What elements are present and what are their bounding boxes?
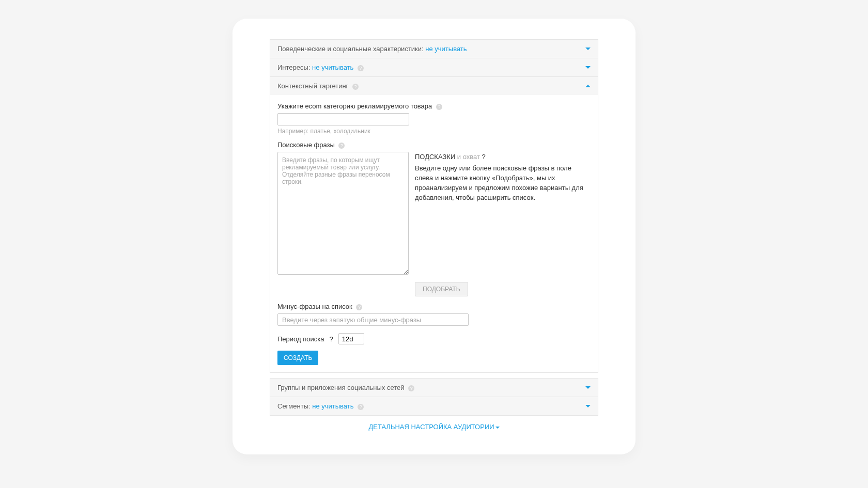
section-contextual: Контекстный таргетинг ? Укажите ecom кат… [270,77,598,373]
help-icon[interactable]: ? [408,385,414,391]
hints-title-row: ПОДСКАЗКИ и охват ? [415,153,591,161]
segments-value: не учитывать [312,402,353,410]
ecom-input[interactable] [277,113,409,125]
interests-label: Интересы: [277,64,310,71]
behavioral-label: Поведенческие и социальные характеристик… [277,45,424,53]
section-groups-header[interactable]: Группы и приложения социальных сетей ? [270,379,598,397]
help-icon[interactable]: ? [356,304,362,310]
chevron-down-icon [495,427,500,429]
ecom-hint: Например: платье, холодильник [277,128,591,135]
minus-input[interactable] [277,313,469,326]
phrases-label: Поисковые фразы [277,141,335,149]
minus-label-row: Минус-фразы на список ? [277,303,591,310]
section-interests: Интересы: не учитывать ? [270,58,598,77]
behavioral-value: не учитывать [425,45,467,53]
chevron-up-icon [585,85,591,87]
contextual-label: Контекстный таргетинг [277,82,348,90]
phrases-textarea[interactable] [277,152,409,275]
chevron-down-icon [585,405,591,407]
detail-link-label: ДЕТАЛЬНАЯ НАСТРОЙКА АУДИТОРИИ [368,423,494,431]
hints-subtitle: и охват [457,153,480,161]
pick-button[interactable]: ПОДОБРАТЬ [415,282,468,296]
ecom-label-row: Укажите ecom категорию рекламируемого то… [277,102,591,110]
contextual-body: Укажите ecom категорию рекламируемого то… [270,95,598,372]
chevron-down-icon [585,386,591,389]
section-segments: Сегменты: не учитывать ? [270,397,598,416]
help-icon[interactable]: ? [352,84,359,90]
help-icon[interactable]: ? [358,404,364,410]
section-segments-header[interactable]: Сегменты: не учитывать ? [270,397,598,415]
ecom-label: Укажите ecom категорию рекламируемого то… [277,102,432,110]
period-row: Период поиска ? [277,333,591,344]
hints-title: ПОДСКАЗКИ [415,153,455,161]
section-behavioral-header[interactable]: Поведенческие и социальные характеристик… [270,40,598,58]
chevron-down-icon [585,66,591,69]
period-label: Период поиска [277,335,324,343]
help-icon[interactable]: ? [436,104,442,110]
create-button[interactable]: СОЗДАТЬ [277,351,318,365]
detail-audience-link[interactable]: ДЕТАЛЬНАЯ НАСТРОЙКА АУДИТОРИИ [270,423,598,431]
phrases-label-row: Поисковые фразы ? [277,141,591,149]
chevron-down-icon [585,48,591,50]
help-icon[interactable]: ? [338,143,345,149]
groups-label: Группы и приложения социальных сетей [277,384,405,391]
segments-label: Сегменты: [277,402,311,410]
help-icon[interactable]: ? [329,335,333,343]
help-icon[interactable]: ? [482,153,486,161]
section-groups: Группы и приложения социальных сетей ? [270,378,598,397]
settings-card: Поведенческие и социальные характеристик… [233,19,636,454]
hints-body: Введите одну или более поисковые фразы в… [415,164,591,202]
period-input[interactable] [338,333,364,344]
interests-value: не учитывать [312,64,353,71]
section-interests-header[interactable]: Интересы: не учитывать ? [270,58,598,76]
help-icon[interactable]: ? [358,65,364,71]
minus-label: Минус-фразы на список [277,303,352,310]
section-contextual-header[interactable]: Контекстный таргетинг ? [270,77,598,95]
section-behavioral: Поведенческие и социальные характеристик… [270,39,598,58]
